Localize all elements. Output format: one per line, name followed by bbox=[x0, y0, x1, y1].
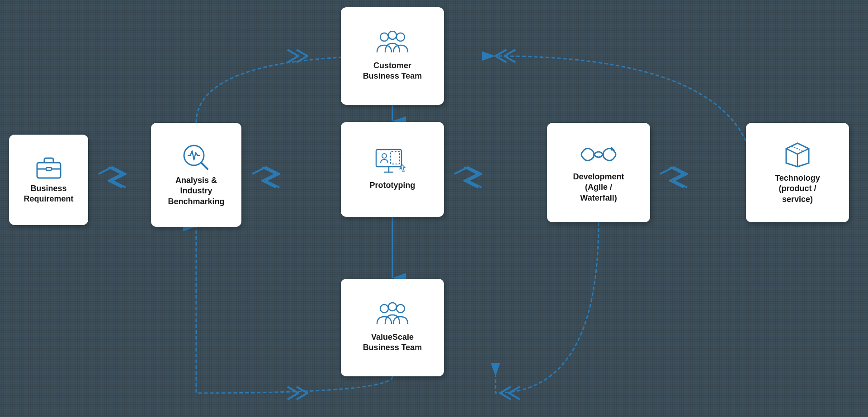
card-development: Development (Agile / Waterfall) bbox=[547, 123, 650, 222]
card-business-requirement: Business Requirement bbox=[9, 135, 88, 225]
svg-point-12 bbox=[396, 33, 405, 41]
prototyping-label: Prototyping bbox=[370, 180, 415, 191]
svg-point-11 bbox=[380, 33, 388, 41]
business-requirement-label: Business Requirement bbox=[24, 183, 73, 205]
card-technology: Technology (product / service) bbox=[746, 123, 849, 222]
briefcase-icon bbox=[35, 155, 62, 179]
svg-rect-18 bbox=[391, 151, 400, 164]
valuescale-label: ValueScale Business Team bbox=[363, 332, 422, 353]
customer-team-icon bbox=[374, 31, 410, 56]
card-valuescale-business-team: ValueScale Business Team bbox=[341, 279, 444, 376]
svg-point-13 bbox=[388, 31, 396, 39]
prototyping-icon bbox=[374, 148, 410, 176]
development-label: Development (Agile / Waterfall) bbox=[573, 172, 624, 203]
card-customer-business-team: Customer Business Team bbox=[341, 7, 444, 105]
svg-point-22 bbox=[388, 303, 396, 311]
svg-rect-14 bbox=[376, 150, 401, 167]
svg-rect-8 bbox=[46, 168, 52, 170]
card-analysis: Analysis & Industry Benchmarking bbox=[151, 123, 241, 227]
customer-team-label: Customer Business Team bbox=[363, 61, 422, 82]
development-icon bbox=[580, 142, 617, 167]
svg-point-20 bbox=[380, 305, 388, 313]
diagram: Business Requirement Analysis & Industry… bbox=[0, 0, 868, 417]
svg-point-21 bbox=[396, 305, 405, 313]
svg-line-10 bbox=[201, 163, 208, 169]
card-prototyping: Prototyping bbox=[341, 122, 444, 217]
valuescale-team-icon bbox=[374, 302, 410, 328]
analysis-icon bbox=[180, 143, 212, 171]
technology-label: Technology (product / service) bbox=[775, 173, 820, 205]
svg-point-17 bbox=[382, 154, 387, 158]
technology-icon bbox=[782, 141, 813, 169]
analysis-label: Analysis & Industry Benchmarking bbox=[168, 175, 224, 207]
